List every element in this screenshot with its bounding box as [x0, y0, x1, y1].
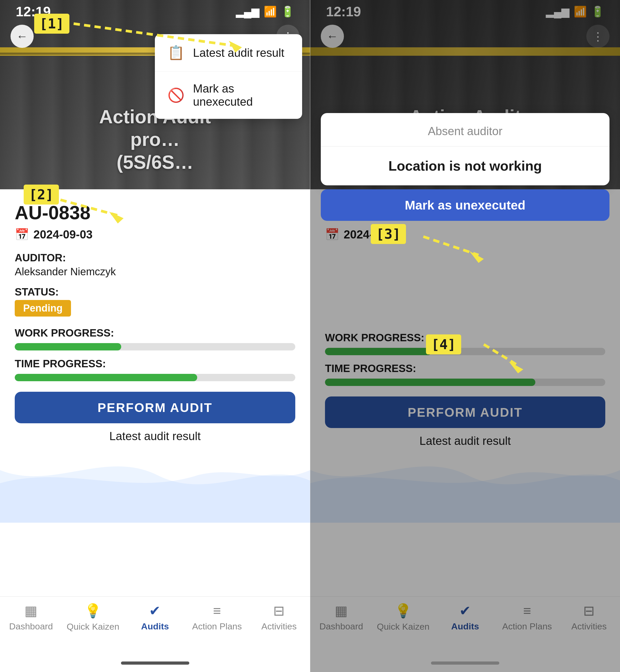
left-time-progress-section: TIME PROGRESS:: [15, 358, 295, 381]
left-back-button[interactable]: ←: [10, 25, 34, 48]
left-time: 12:19: [16, 4, 51, 19]
right-modal-overlay: Absent auditor Location is not working M…: [310, 0, 620, 672]
left-latest-audit-link[interactable]: Latest audit result: [15, 429, 295, 443]
wave-decoration: [0, 444, 310, 523]
left-dashboard-icon: ▦: [24, 603, 37, 619]
dropdown-clipboard-icon: 📋: [167, 45, 185, 61]
right-modal-action-button[interactable]: Mark as unexecuted: [321, 189, 610, 221]
left-work-progress-bar: [15, 343, 295, 351]
left-activities-label: Activities: [261, 621, 297, 631]
left-calendar-icon: 📅: [15, 228, 29, 241]
left-quickkaizen-label: Quick Kaizen: [67, 622, 119, 632]
left-time-progress-fill: [15, 374, 197, 381]
left-wifi-icon: 📶: [264, 5, 277, 18]
right-modal-title: Absent auditor: [321, 113, 610, 146]
dropdown-mark-unexecuted-text: Mark as unexecuted: [193, 82, 290, 108]
left-dropdown-menu: 📋 Latest audit result 🚫 Mark as unexecut…: [155, 34, 302, 119]
left-auditor-name: Aleksander Niemczyk: [15, 266, 295, 278]
left-dashboard-label: Dashboard: [9, 621, 53, 631]
left-audit-date: 2024-09-03: [34, 228, 93, 241]
left-nav-actionplans[interactable]: ≡ Action Plans: [186, 603, 248, 631]
left-actionplans-icon: ≡: [213, 603, 221, 619]
right-modal-card: Absent auditor Location is not working: [321, 113, 610, 185]
left-status-label: STATUS:: [15, 286, 295, 298]
left-auditor-label: AUDITOR:: [15, 252, 295, 264]
left-battery-icon: 🔋: [281, 5, 294, 18]
left-nav-activities[interactable]: ⊟ Activities: [248, 603, 310, 631]
dropdown-block-icon: 🚫: [167, 87, 185, 103]
right-modal-btn-label: Mark as unexecuted: [405, 198, 526, 212]
left-status-bar: 12:19 ▂▄▆ 📶 🔋: [0, 0, 310, 23]
left-time-progress-label: TIME PROGRESS:: [15, 358, 295, 370]
left-panel: Action Auditpro…(5S/6S… ← ⋮ 12:19 ▂▄▆ 📶 …: [0, 0, 310, 672]
left-work-progress-fill: [15, 343, 121, 351]
dropdown-mark-unexecuted-item[interactable]: 🚫 Mark as unexecuted: [155, 71, 302, 119]
left-activities-icon: ⊟: [273, 603, 285, 619]
left-main-content: AU-0838 📅 2024-09-03 AUDITOR: Aleksander…: [0, 189, 310, 596]
left-actionplans-label: Action Plans: [192, 621, 242, 631]
left-audits-label: Audits: [141, 621, 169, 631]
left-quickkaizen-icon: 💡: [85, 603, 102, 619]
left-audit-id: AU-0838: [15, 202, 295, 223]
left-work-progress-label: WORK PROGRESS:: [15, 327, 295, 339]
left-status-badge: Pending: [15, 300, 71, 317]
left-nav-quickkaizen[interactable]: 💡 Quick Kaizen: [62, 603, 124, 632]
dropdown-latest-audit-text: Latest audit result: [193, 46, 284, 59]
left-perform-audit-button[interactable]: PERFORM AUDIT: [15, 392, 295, 423]
dropdown-latest-audit-item[interactable]: 📋 Latest audit result: [155, 34, 302, 71]
left-time-progress-bar: [15, 374, 295, 381]
left-nav-dashboard[interactable]: ▦ Dashboard: [0, 603, 62, 631]
left-nav-audits[interactable]: ✔ Audits: [124, 603, 186, 631]
left-audits-icon: ✔: [149, 603, 161, 619]
left-bottom-nav: ▦ Dashboard 💡 Quick Kaizen ✔ Audits ≡ Ac…: [0, 596, 310, 654]
left-home-indicator: [0, 654, 310, 672]
right-panel: Action Auditpromotion(5S/6S audit), L1 ←…: [310, 0, 620, 672]
left-work-progress-section: WORK PROGRESS:: [15, 327, 295, 351]
right-modal-body: Location is not working: [321, 146, 610, 185]
left-signal-icon: ▂▄▆: [236, 5, 260, 18]
